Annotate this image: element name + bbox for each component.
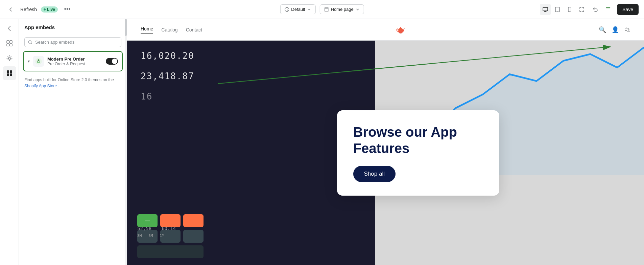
save-button[interactable]: Save: [617, 4, 639, 15]
search-nav-icon[interactable]: 🔍: [599, 26, 606, 34]
app-name: Modern Pre Order: [47, 57, 102, 62]
sidebar-icon-back[interactable]: [3, 22, 16, 35]
app-embed-toggle[interactable]: [106, 58, 118, 65]
svg-rect-13: [7, 73, 9, 76]
live-dot: [44, 8, 46, 10]
sidebar-icon-settings[interactable]: [3, 51, 16, 65]
calc-number-2: 23,418.87: [141, 71, 194, 81]
sidebar-icons: [0, 19, 19, 265]
preview-iframe: Home Catalog Contact 🫖 🔍 👤 🛍 16,020.20 2: [127, 19, 644, 265]
top-bar: Refresh Live ••• Default Home page: [0, 0, 644, 19]
search-container: [19, 33, 127, 51]
svg-point-5: [569, 11, 570, 11]
cart-nav-icon[interactable]: 🛍: [624, 26, 630, 34]
svg-rect-1: [543, 7, 548, 11]
account-nav-icon[interactable]: 👤: [612, 26, 619, 34]
calc-btn-orange-2: [183, 214, 204, 227]
search-input[interactable]: [35, 40, 118, 45]
svg-rect-6: [7, 41, 9, 43]
nav-contact[interactable]: Contact: [186, 27, 202, 32]
left-panel-header: App embeds: [19, 19, 127, 33]
page-selector[interactable]: Home page: [319, 4, 364, 14]
svg-rect-7: [10, 41, 12, 43]
chevron-down-icon: ▾: [28, 59, 30, 64]
toggle-wrap[interactable]: [106, 58, 118, 65]
sidebar-icon-apps[interactable]: [3, 66, 16, 80]
chart-periods: 3M6M1Y: [137, 234, 164, 238]
redo-button[interactable]: [603, 4, 614, 15]
nav-home[interactable]: Home: [141, 26, 153, 34]
store-nav: Home Catalog Contact 🫖 🔍 👤 🛍: [127, 19, 644, 41]
calc-number-1: 16,020.20: [141, 51, 194, 61]
store-nav-icons: 🔍 👤 🛍: [599, 26, 630, 34]
theme-selector[interactable]: Default: [280, 4, 315, 14]
app-icon: [33, 56, 44, 67]
hero-area: 16,020.20 23,418.87 16 —: [127, 41, 644, 265]
svg-point-10: [8, 57, 10, 59]
help-text: Find apps built for Online Store 2.0 the…: [19, 74, 127, 92]
calc-row-bottom: [137, 245, 204, 258]
toggle-knob: [112, 59, 117, 64]
mobile-view-button[interactable]: [564, 4, 575, 15]
svg-point-16: [35, 58, 42, 65]
store-logo: 🫖: [396, 25, 405, 34]
shopify-app-store-link[interactable]: Shopify App Store: [24, 84, 57, 88]
svg-rect-11: [7, 70, 9, 73]
svg-point-3: [557, 11, 557, 11]
live-badge: Live: [41, 6, 58, 13]
desktop-view-button[interactable]: [540, 4, 551, 15]
app-subtitle: Pre Order & Request ...: [47, 62, 102, 66]
view-icons: [540, 4, 587, 15]
refresh-button[interactable]: Refresh: [20, 7, 37, 12]
left-panel: App embeds ▾: [19, 19, 127, 265]
calc-number-3: 16: [141, 91, 152, 102]
main-layout: App embeds ▾: [0, 19, 644, 265]
promo-title: Browse our App Features: [353, 124, 483, 156]
calc-btn-dark-3: [183, 230, 204, 243]
panel-title: App embeds: [24, 24, 55, 30]
preview-area: Home Catalog Contact 🫖 🔍 👤 🛍 16,020.20 2: [127, 19, 644, 265]
search-input-wrap: [24, 37, 121, 47]
store-nav-links: Home Catalog Contact: [141, 26, 202, 34]
calc-numbers-row: 52,5860.14: [137, 226, 176, 231]
nav-catalog[interactable]: Catalog: [161, 27, 177, 32]
calc-btn-orange-1: [160, 214, 181, 227]
svg-rect-8: [7, 44, 9, 46]
more-button[interactable]: •••: [62, 4, 73, 15]
calc-btn-green: —: [137, 214, 158, 227]
search-icon: [28, 40, 32, 45]
undo-button[interactable]: [590, 4, 601, 15]
sidebar-icon-dashboard[interactable]: [3, 37, 16, 50]
shop-all-button[interactable]: Shop all: [353, 166, 396, 182]
app-info: Modern Pre Order Pre Order & Request ...: [47, 57, 102, 66]
app-embed-item[interactable]: ▾ Modern Pre Order Pre Order & Request .…: [23, 51, 123, 71]
fullscreen-button[interactable]: [576, 4, 587, 15]
back-button[interactable]: [5, 4, 16, 15]
svg-rect-9: [10, 44, 12, 46]
svg-rect-14: [10, 73, 12, 76]
tablet-view-button[interactable]: [552, 4, 563, 15]
svg-rect-12: [10, 70, 12, 73]
promo-card: Browse our App Features Shop all: [337, 110, 499, 196]
